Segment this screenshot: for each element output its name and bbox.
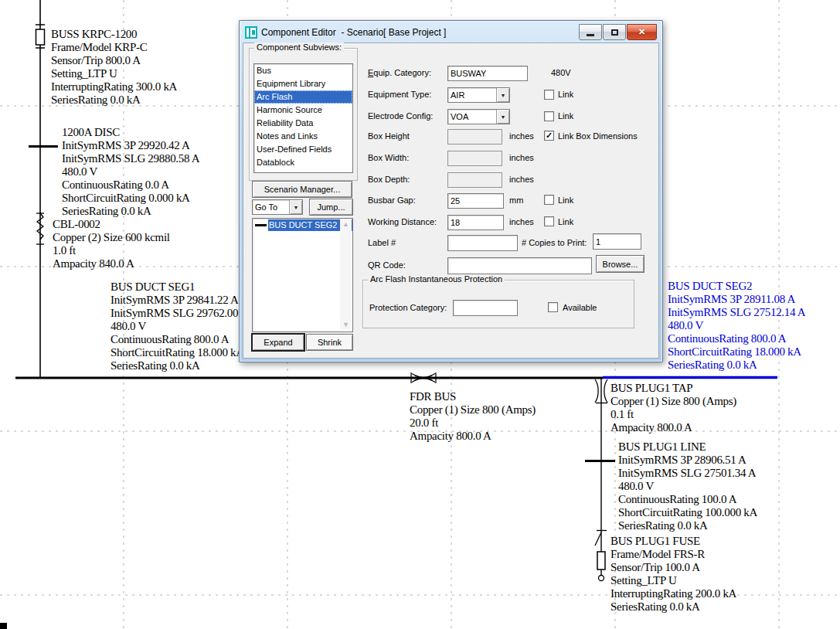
link-box-dimensions-checkbox[interactable]: ✓ — [544, 131, 554, 141]
dialog-title: Component Editor - Scenario[ Base Projec… — [261, 27, 446, 38]
equipment-type-label: Equipment Type: — [368, 90, 431, 99]
subview-item[interactable]: Datablock — [254, 156, 352, 169]
annotation-line: BUS PLUG1 LINE — [618, 440, 757, 454]
annotation-line: FDR BUS — [410, 390, 536, 403]
annotation-line: 480.0 V — [668, 319, 805, 332]
chevron-down-icon[interactable]: ▼ — [289, 200, 302, 214]
equip-category-field[interactable] — [447, 66, 528, 81]
subview-item[interactable]: Arc Flash — [254, 90, 352, 104]
scenario-manager-button[interactable]: Scenario Manager... — [252, 181, 352, 198]
annotation-line: BUSS KRPC-1200 — [51, 28, 177, 41]
maximize-icon — [611, 29, 618, 36]
scroll-up-icon[interactable]: ▲ — [342, 219, 349, 230]
annotation-line: SeriesRating 0.0 kA — [111, 359, 248, 372]
annotation-line: Copper (1) Size 800 (Amps) — [410, 403, 536, 416]
annotation-line: Setting_LTP U — [51, 67, 177, 80]
jump-label: Jump... — [317, 202, 345, 212]
unit-mm: mm — [509, 196, 523, 205]
minimize-icon — [587, 34, 594, 36]
working-distance-field[interactable] — [447, 215, 504, 230]
annotation-line: Setting_LTP U — [610, 574, 736, 587]
scroll-down-icon[interactable]: ▼ — [342, 319, 349, 330]
label-number-label: Label # — [368, 238, 396, 247]
annotation-line: Frame/Model KRP-C — [51, 41, 177, 54]
maximize-button[interactable] — [603, 24, 626, 40]
electrode-config-dropdown[interactable]: VOA ▼ — [447, 109, 510, 124]
chevron-down-icon[interactable]: ▼ — [496, 88, 509, 102]
component-editor-dialog: Component Editor - Scenario[ Base Projec… — [239, 20, 663, 362]
electrode-config-link-checkbox[interactable] — [544, 111, 554, 121]
electrode-config-value: VOA — [448, 112, 496, 121]
annotation-line: ContinuousRating 0.0 A — [62, 178, 199, 192]
subview-item[interactable]: Equipment Library — [254, 77, 352, 90]
subview-item[interactable]: Bus — [254, 64, 352, 77]
oneline-diagram-canvas: BUSS KRPC-1200Frame/Model KRP-CSensor/Tr… — [0, 0, 840, 629]
subview-item[interactable]: Notes and Links — [254, 130, 352, 143]
busbar-gap-field[interactable] — [447, 193, 504, 209]
electrode-config-label: Electrode Config: — [368, 111, 433, 121]
annotation-line: InitSymRMS SLG 27501.34 A — [618, 467, 757, 480]
afip-group-label: Arc Flash Instantaneous Protection — [368, 274, 505, 284]
label-number-field[interactable] — [447, 235, 518, 251]
protection-category-field[interactable] — [453, 300, 518, 316]
subview-item[interactable]: User-Defined Fields — [254, 143, 352, 156]
link-label: Link — [558, 217, 573, 226]
fuse-symbol-bus-plug1[interactable] — [597, 552, 605, 581]
working-distance-link-checkbox[interactable] — [544, 216, 554, 226]
browse-label: Browse... — [603, 260, 638, 269]
expand-label: Expand — [264, 338, 292, 347]
annotation-bus-plug1-fuse: BUS PLUG1 FUSEFrame/Model FRS-RSensor/Tr… — [610, 535, 736, 614]
annotation-bus-duct-seg2-selected: BUS DUCT SEG2InitSymRMS 3P 28911.08 AIni… — [668, 280, 805, 372]
busbar-gap-link-checkbox[interactable] — [544, 195, 554, 205]
copies-to-print-field[interactable] — [593, 233, 641, 250]
annotation-line: SeriesRating 0.0 kA — [62, 205, 199, 218]
annotation-line: InitSymRMS SLG 29880.58 A — [62, 152, 199, 165]
component-listbox[interactable]: BUS DUCT SEG2 — [252, 218, 353, 332]
unit-inches: inches — [509, 175, 534, 184]
equipment-type-dropdown[interactable]: AIR ▼ — [447, 87, 510, 103]
annotation-line: InterruptingRating 200.0 kA — [610, 587, 736, 600]
box-height-field — [447, 129, 502, 144]
working-distance-label: Working Distance: — [368, 217, 437, 226]
close-button[interactable]: ✕ — [627, 24, 657, 40]
copies-to-print-label: # Copies to Print: — [522, 238, 587, 247]
component-item[interactable]: BUS DUCT SEG2 — [253, 219, 352, 232]
annotation-line: InitSymRMS 3P 28906.51 A — [618, 454, 757, 467]
annotation-line: BUS DUCT SEG2 — [668, 280, 805, 293]
dialog-client-area: Component Subviews: BusEquipment Library… — [243, 42, 659, 359]
chevron-down-icon[interactable]: ▼ — [496, 110, 509, 124]
annotation-line: Ampacity 800.0 A — [410, 430, 536, 443]
annotation-line: Copper (1) Size 800 (Amps) — [610, 395, 736, 408]
expand-button[interactable]: Expand — [252, 334, 304, 351]
subview-item[interactable]: Harmonic Source — [254, 104, 352, 117]
annotation-line: SeriesRating 0.0 kA — [51, 94, 177, 107]
annotation-line: CBL-0002 — [53, 218, 170, 231]
annotation-line: 480.0 V — [111, 320, 248, 333]
available-checkbox[interactable] — [548, 302, 558, 312]
check-icon: ✓ — [546, 131, 553, 140]
annotation-line: BUS PLUG1 FUSE — [610, 535, 736, 548]
voltage-text: 480V — [551, 68, 571, 77]
annotation-1200a-disc: 1200A DISCInitSymRMS 3P 29920.42 AInitSy… — [62, 126, 199, 218]
title-bar[interactable]: Component Editor - Scenario[ Base Projec… — [240, 22, 661, 42]
annotation-fdr-bus: FDR BUSCopper (1) Size 800 (Amps)20.0 ft… — [410, 390, 536, 443]
subviews-listbox[interactable]: BusEquipment LibraryArc FlashHarmonic So… — [253, 63, 353, 173]
browse-button[interactable]: Browse... — [596, 255, 644, 273]
qr-code-field[interactable] — [447, 257, 592, 274]
subview-item[interactable]: Reliability Data — [254, 117, 352, 130]
link-label: Link — [558, 90, 573, 99]
busbar-gap-label: Busbar Gap: — [368, 196, 416, 205]
goto-dropdown[interactable]: Go To ▼ — [252, 199, 303, 215]
annotation-line: Ampacity 800.0 A — [610, 421, 736, 434]
shrink-button[interactable]: Shrink — [306, 334, 353, 351]
equipment-type-link-checkbox[interactable] — [544, 90, 554, 100]
goto-value: Go To — [253, 202, 289, 212]
component-list-scrollbar[interactable]: ▲ ▼ — [340, 219, 352, 330]
annotation-line: 1200A DISC — [62, 126, 199, 139]
jump-button[interactable]: Jump... — [309, 199, 353, 216]
box-depth-field — [447, 172, 502, 188]
minimize-button[interactable] — [579, 24, 602, 40]
box-height-label: Box Height — [368, 131, 410, 141]
annotation-line: 480.0 V — [618, 480, 757, 493]
available-label: Available — [563, 303, 597, 312]
